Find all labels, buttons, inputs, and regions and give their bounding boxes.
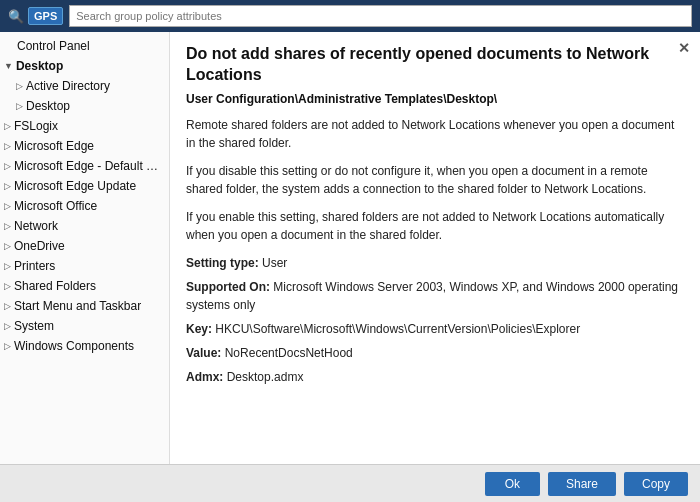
sidebar-label: Start Menu and Taskbar (14, 297, 141, 315)
sidebar-label: Windows Components (14, 337, 134, 355)
key-val: HKCU\Software\Microsoft\Windows\CurrentV… (215, 322, 580, 336)
search-bar[interactable] (69, 5, 692, 27)
arrow-icon: ▷ (4, 217, 11, 235)
key-field: Key: HKCU\Software\Microsoft\Windows\Cur… (186, 320, 684, 338)
search-input[interactable] (76, 10, 685, 22)
supported-on-label: Supported On: (186, 280, 270, 294)
arrow-icon: ▷ (16, 77, 23, 95)
arrow-icon: ▷ (4, 317, 11, 335)
arrow-icon: ▷ (4, 257, 11, 275)
arrow-icon: ▷ (4, 117, 11, 135)
policy-desc-2: If you disable this setting or do not co… (186, 162, 684, 198)
sidebar-label: Desktop (26, 97, 70, 115)
sidebar-item-printers[interactable]: ▷Printers (0, 256, 169, 276)
sidebar-label: Control Panel (17, 37, 90, 55)
sidebar-item-active-directory[interactable]: ▷Active Directory (0, 76, 169, 96)
sidebar-label: Microsoft Edge Update (14, 177, 136, 195)
sidebar-item-desktop-sub[interactable]: ▷Desktop (0, 96, 169, 116)
sidebar-item-shared-folders[interactable]: ▷Shared Folders (0, 276, 169, 296)
admx-val: Desktop.admx (227, 370, 304, 384)
app-badge: GPS (28, 7, 63, 25)
arrow-icon: ▷ (4, 197, 11, 215)
arrow-icon: ▷ (4, 337, 11, 355)
sidebar-label: Microsoft Office (14, 197, 97, 215)
policy-title: Do not add shares of recently opened doc… (186, 44, 684, 86)
sidebar-item-system[interactable]: ▷System (0, 316, 169, 336)
sidebar-label: OneDrive (14, 237, 65, 255)
sidebar-item-desktop[interactable]: ▼Desktop (0, 56, 169, 76)
content-panel: ✕ Do not add shares of recently opened d… (170, 32, 700, 464)
title-bar: 🔍 GPS (0, 0, 700, 32)
sidebar-label: Desktop (16, 57, 63, 75)
sidebar-label: Network (14, 217, 58, 235)
app-logo: 🔍 GPS (8, 7, 63, 25)
sidebar: Control Panel▼Desktop▷Active Directory▷D… (0, 32, 170, 464)
sidebar-item-fslogix[interactable]: ▷FSLogix (0, 116, 169, 136)
sidebar-item-control-panel[interactable]: Control Panel (0, 36, 169, 56)
ok-button[interactable]: Ok (485, 472, 540, 496)
sidebar-label: Printers (14, 257, 55, 275)
copy-button[interactable]: Copy (624, 472, 688, 496)
main-container: Control Panel▼Desktop▷Active Directory▷D… (0, 32, 700, 464)
arrow-icon: ▷ (4, 277, 11, 295)
sidebar-label: Microsoft Edge - Default Settings (us (14, 157, 165, 175)
setting-type-label: Setting type: (186, 256, 259, 270)
gps-icon: 🔍 (8, 9, 24, 24)
setting-type: Setting type: User (186, 254, 684, 272)
policy-path: User Configuration\Administrative Templa… (186, 92, 684, 106)
sidebar-item-onedrive[interactable]: ▷OneDrive (0, 236, 169, 256)
policy-desc-3: If you enable this setting, shared folde… (186, 208, 684, 244)
policy-desc-1: Remote shared folders are not added to N… (186, 116, 684, 152)
admx-field: Admx: Desktop.admx (186, 368, 684, 386)
supported-on: Supported On: Microsoft Windows Server 2… (186, 278, 684, 314)
key-label: Key: (186, 322, 212, 336)
share-button[interactable]: Share (548, 472, 616, 496)
sidebar-item-microsoft-edge[interactable]: ▷Microsoft Edge (0, 136, 169, 156)
sidebar-label: Shared Folders (14, 277, 96, 295)
sidebar-item-microsoft-edge-update[interactable]: ▷Microsoft Edge Update (0, 176, 169, 196)
arrow-icon: ▼ (4, 57, 13, 75)
sidebar-label: Microsoft Edge (14, 137, 94, 155)
sidebar-item-windows-components[interactable]: ▷Windows Components (0, 336, 169, 356)
arrow-icon: ▷ (4, 157, 11, 175)
sidebar-label: Active Directory (26, 77, 110, 95)
close-button[interactable]: ✕ (678, 40, 690, 56)
value-val: NoRecentDocsNetHood (225, 346, 353, 360)
setting-type-val: User (262, 256, 287, 270)
sidebar-item-start-menu[interactable]: ▷Start Menu and Taskbar (0, 296, 169, 316)
admx-label: Admx: (186, 370, 223, 384)
arrow-icon: ▷ (16, 97, 23, 115)
sidebar-item-microsoft-office[interactable]: ▷Microsoft Office (0, 196, 169, 216)
action-bar: Ok Share Copy (0, 464, 700, 502)
value-label: Value: (186, 346, 221, 360)
sidebar-label: System (14, 317, 54, 335)
sidebar-item-microsoft-edge-default[interactable]: ▷Microsoft Edge - Default Settings (us (0, 156, 169, 176)
arrow-icon: ▷ (4, 237, 11, 255)
sidebar-label: FSLogix (14, 117, 58, 135)
sidebar-item-network[interactable]: ▷Network (0, 216, 169, 236)
value-field: Value: NoRecentDocsNetHood (186, 344, 684, 362)
arrow-icon: ▷ (4, 297, 11, 315)
arrow-icon: ▷ (4, 177, 11, 195)
arrow-icon: ▷ (4, 137, 11, 155)
